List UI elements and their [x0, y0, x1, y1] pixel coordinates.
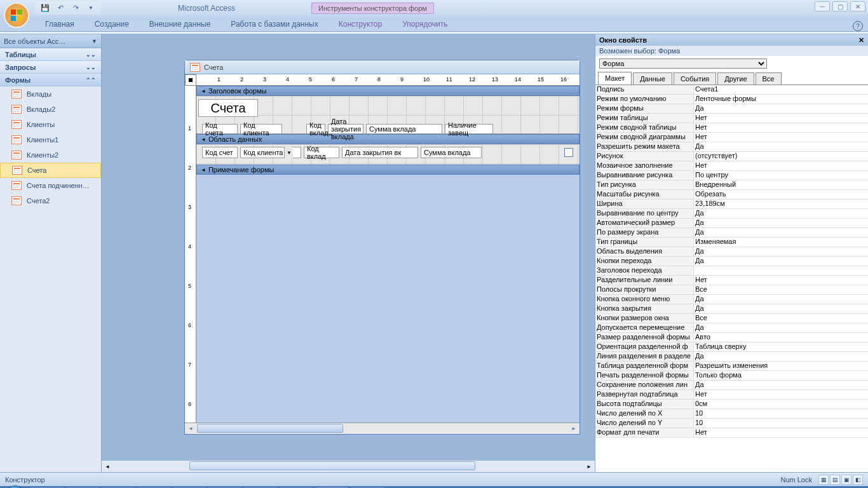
- nav-item-form[interactable]: Клиенты: [0, 117, 101, 132]
- nav-header[interactable]: Все объекты Acc… ▼: [0, 34, 101, 48]
- nav-group-tables[interactable]: Таблицы⌄⌄: [0, 48, 101, 61]
- nav-item-form[interactable]: Клиенты2: [0, 147, 101, 163]
- proptab-layout[interactable]: Макет: [598, 72, 632, 85]
- view-layout-icon[interactable]: ▣: [841, 475, 851, 485]
- property-row[interactable]: Заголовок перехода: [595, 266, 868, 276]
- property-row[interactable]: Режим таблицыНет: [595, 114, 868, 123]
- vertical-ruler[interactable]: 12345678: [185, 86, 196, 423]
- property-value[interactable]: Да: [694, 228, 868, 237]
- property-row[interactable]: Выравнивание по центруДа: [595, 209, 868, 219]
- nav-group-queries[interactable]: Запросы⌄⌄: [0, 61, 101, 74]
- header-label[interactable]: Код клиента: [240, 124, 282, 134]
- property-row[interactable]: Кнопка закрытияДа: [595, 304, 868, 314]
- ws-scroll-thumb[interactable]: [189, 461, 475, 470]
- minimize-button[interactable]: ─: [815, 1, 830, 11]
- property-row[interactable]: По размеру экранаДа: [595, 228, 868, 238]
- horizontal-ruler[interactable]: 12345678910111213141516: [196, 74, 580, 86]
- section-form-header[interactable]: Заголовок формы: [196, 86, 580, 96]
- header-label[interactable]: Код вклада: [306, 124, 325, 134]
- tab-arrange[interactable]: Упорядочить: [392, 17, 458, 31]
- property-row[interactable]: Рисунок(отсутствует): [595, 152, 868, 161]
- workspace-scrollbar-h[interactable]: ◄ ►: [102, 461, 595, 472]
- property-row[interactable]: Область выделенияДа: [595, 247, 868, 257]
- scroll-left-icon[interactable]: ◄: [185, 423, 196, 434]
- title-label-control[interactable]: Счета: [198, 99, 258, 117]
- close-button[interactable]: ✕: [850, 1, 865, 11]
- form-footer-area[interactable]: [196, 175, 580, 401]
- property-value[interactable]: Все: [694, 285, 868, 294]
- tab-home[interactable]: Главная: [35, 17, 85, 31]
- property-value[interactable]: Да: [694, 295, 868, 304]
- property-row[interactable]: Ориентация разделенной фТаблица сверху: [595, 342, 868, 352]
- object-selector[interactable]: Форма: [599, 58, 767, 69]
- property-row[interactable]: Тип рисункаВнедренный: [595, 180, 868, 190]
- property-value[interactable]: Да: [694, 304, 868, 313]
- property-row[interactable]: Допускается перемещениеДа: [595, 323, 868, 333]
- property-row[interactable]: Режим по умолчаниюЛенточные формы: [595, 95, 868, 104]
- field-control[interactable]: Код вклад: [304, 147, 339, 158]
- property-row[interactable]: Режим формыДа: [595, 104, 868, 114]
- property-value[interactable]: Внедренный: [694, 180, 868, 189]
- property-value[interactable]: Разрешить изменения: [694, 362, 868, 370]
- property-row[interactable]: Печать разделенной формыТолько форма: [595, 371, 868, 381]
- property-row[interactable]: Мозаичное заполнениеНет: [595, 161, 868, 171]
- property-value[interactable]: Нет: [694, 123, 868, 132]
- property-value[interactable]: Нет: [694, 428, 868, 437]
- property-value[interactable]: Да: [694, 323, 868, 332]
- property-row[interactable]: Линия разделения в разделеДа: [595, 352, 868, 362]
- property-row[interactable]: Кнопки переходаДа: [595, 257, 868, 266]
- header-label[interactable]: Дата закрытия вклада: [328, 124, 363, 134]
- property-row[interactable]: Тип границыИзменяемая: [595, 238, 868, 247]
- tab-designer[interactable]: Конструктор: [329, 17, 392, 31]
- redo-icon[interactable]: ↷: [71, 3, 81, 13]
- property-value[interactable]: (отсутствует): [694, 152, 868, 161]
- office-button[interactable]: [4, 3, 29, 28]
- proptab-all[interactable]: Все: [756, 72, 782, 85]
- property-value[interactable]: Таблица сверху: [694, 342, 868, 351]
- property-value[interactable]: Да: [694, 247, 868, 256]
- property-value[interactable]: Счета1: [694, 85, 868, 94]
- property-value[interactable]: Да: [694, 352, 868, 361]
- property-value[interactable]: [694, 266, 868, 275]
- property-value[interactable]: Да: [694, 142, 868, 151]
- field-control[interactable]: Код клиента▼: [240, 147, 301, 158]
- undo-icon[interactable]: ↶: [55, 3, 65, 13]
- property-row[interactable]: Таблица разделенной формРазрешить измене…: [595, 362, 868, 371]
- form-header-area[interactable]: Счета Код счетаКод клиентаКод вкладаДата…: [196, 96, 580, 134]
- view-datasheet-icon[interactable]: ▤: [830, 475, 840, 485]
- property-row[interactable]: Режим сводной диаграммыНет: [595, 133, 868, 142]
- view-design-icon[interactable]: ◧: [853, 475, 863, 485]
- property-row[interactable]: Формат для печатиНет: [595, 428, 868, 438]
- field-control[interactable]: Дата закрытия вк: [342, 147, 418, 158]
- property-row[interactable]: Сохранение положения линДа: [595, 381, 868, 390]
- property-value[interactable]: По центру: [694, 171, 868, 180]
- property-row[interactable]: Режим сводной таблицыНет: [595, 123, 868, 133]
- property-value[interactable]: Изменяемая: [694, 238, 868, 247]
- tab-database-tools[interactable]: Работа с базами данных: [220, 17, 328, 31]
- scroll-right-icon[interactable]: ►: [568, 423, 580, 434]
- designer-titlebar[interactable]: Счета: [185, 60, 580, 74]
- property-value[interactable]: Нет: [694, 161, 868, 170]
- property-row[interactable]: Разрешить режим макетаДа: [595, 142, 868, 152]
- property-row[interactable]: Развернутая подтаблицаНет: [595, 390, 868, 400]
- detail-area[interactable]: Код счетКод клиента▼Код вкладДата закрыт…: [196, 144, 580, 165]
- property-row[interactable]: Размер разделенной формыАвто: [595, 333, 868, 342]
- header-label[interactable]: Сумма вклада: [366, 124, 442, 134]
- property-value[interactable]: Нет: [694, 390, 868, 399]
- property-value[interactable]: Ленточные формы: [694, 95, 868, 104]
- ws-scroll-left-icon[interactable]: ◄: [102, 461, 113, 472]
- property-row[interactable]: Число делений по X10: [595, 409, 868, 419]
- view-form-icon[interactable]: ▦: [818, 475, 829, 485]
- tab-external-data[interactable]: Внешние данные: [139, 17, 221, 31]
- header-label[interactable]: Наличие завещ: [445, 124, 493, 134]
- property-row[interactable]: Кнопки размеров окнаВсе: [595, 314, 868, 323]
- save-icon[interactable]: 💾: [40, 3, 50, 13]
- property-row[interactable]: ПодписьСчета1: [595, 85, 868, 95]
- ws-scroll-right-icon[interactable]: ►: [583, 461, 595, 472]
- property-row[interactable]: Полосы прокруткиВсе: [595, 285, 868, 295]
- property-row[interactable]: Высота подтаблицы0см: [595, 400, 868, 409]
- proptab-other[interactable]: Другие: [717, 72, 754, 85]
- nav-item-form[interactable]: Клиенты1: [0, 132, 101, 147]
- property-row[interactable]: Выравнивание рисункаПо центру: [595, 171, 868, 180]
- property-value[interactable]: Да: [694, 219, 868, 227]
